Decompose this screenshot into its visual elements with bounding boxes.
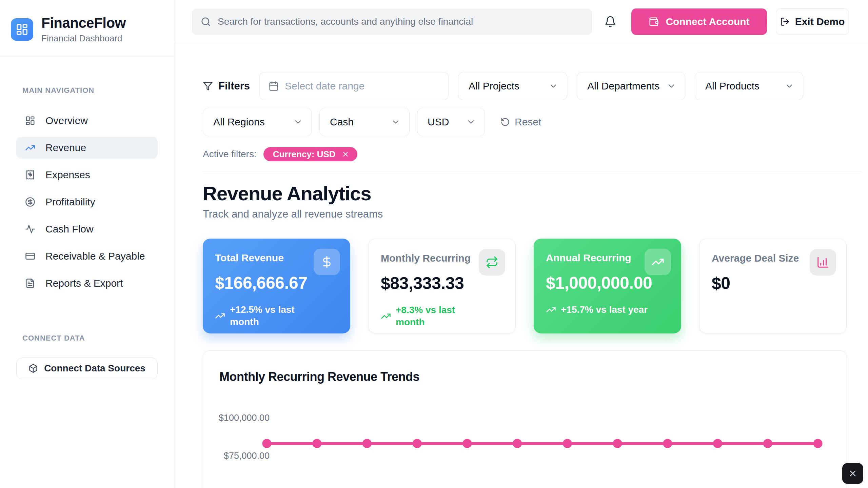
data-point[interactable] (462, 439, 472, 448)
sidebar-item-label: Profitability (45, 196, 95, 208)
layout-dashboard-icon (25, 116, 35, 126)
currency-filter-dropdown[interactable]: USD (417, 108, 485, 136)
metric-value: $83,333.33 (381, 273, 503, 293)
date-range-picker[interactable] (259, 72, 449, 100)
wallet-icon (649, 17, 659, 27)
activity-icon (25, 224, 35, 234)
reset-label: Reset (515, 116, 541, 128)
sidebar-item-profitability[interactable]: Profitability (16, 191, 158, 213)
trending-up-icon (651, 256, 664, 268)
circle-dollar-icon (25, 197, 35, 207)
trending-up-icon (215, 311, 225, 321)
app-logo: FinanceFlow Financial Dashboard (0, 0, 174, 57)
products-filter-value: All Products (705, 80, 760, 92)
regions-filter-value: All Regions (213, 116, 265, 128)
metric-card-average-deal-size: Average Deal Size $0 (699, 239, 847, 333)
sidebar: FinanceFlow Financial Dashboard MAIN NAV… (0, 0, 174, 488)
bell-icon (604, 16, 616, 28)
sidebar-item-receivable-payable[interactable]: Receivable & Payable (16, 245, 158, 267)
search-icon (201, 17, 211, 27)
app-name: FinanceFlow (41, 15, 126, 31)
app-logo-icon (11, 18, 33, 41)
data-point[interactable] (813, 439, 823, 448)
y-axis-tick: $75,000.00 (217, 451, 270, 461)
metric-icon-chip (314, 249, 340, 275)
trending-up-icon (381, 311, 391, 321)
metric-value: $0 (712, 273, 834, 293)
connect-data-sources-label: Connect Data Sources (44, 363, 145, 374)
active-filter-badge-label: Currency: USD (273, 149, 336, 160)
close-icon (848, 469, 857, 478)
data-point[interactable] (663, 439, 672, 448)
mrr-trends-chart-card: Monthly Recurring Revenue Trends $100,00… (203, 350, 847, 488)
section-divider (203, 171, 861, 171)
connect-account-button[interactable]: Connect Account (631, 8, 767, 35)
chevron-down-icon (466, 117, 476, 127)
data-point[interactable] (413, 439, 422, 448)
filters-row-1: Filters All Projects All Departments All… (203, 72, 868, 100)
connect-account-label: Connect Account (666, 16, 749, 27)
data-point[interactable] (563, 439, 572, 448)
chevron-down-icon (667, 81, 676, 91)
method-filter-dropdown[interactable]: Cash (319, 108, 410, 136)
notifications-button[interactable] (604, 16, 616, 28)
data-point[interactable] (262, 439, 272, 448)
remove-filter-icon[interactable] (342, 150, 349, 158)
products-filter-dropdown[interactable]: All Products (695, 72, 803, 100)
metric-change-text: +15.7% vs last year (561, 304, 648, 316)
metric-change: +12.5% vs last month (215, 304, 338, 328)
connect-data-section: CONNECT DATA Connect Data Sources (16, 334, 158, 379)
sidebar-item-label: Overview (45, 115, 88, 126)
main-navigation-header: MAIN NAVIGATION (22, 86, 158, 95)
exit-demo-button[interactable]: Exit Demo (776, 8, 849, 35)
metric-card-monthly-recurring: Monthly Recurring $83,333.33 +8.3% vs la… (368, 239, 516, 333)
connect-data-header: CONNECT DATA (22, 334, 158, 343)
regions-filter-dropdown[interactable]: All Regions (203, 108, 312, 136)
filters-label: Filters (218, 80, 250, 92)
global-search[interactable] (192, 8, 592, 35)
metric-change-text: +12.5% vs last month (230, 304, 315, 328)
sidebar-item-expenses[interactable]: Expenses (16, 164, 158, 186)
method-filter-value: Cash (330, 116, 354, 128)
sidebar-item-reports-export[interactable]: Reports & Export (16, 272, 158, 294)
filters-title: Filters (203, 80, 250, 92)
data-point[interactable] (713, 439, 722, 448)
metric-card-annual-recurring: Annual Recurring $1,000,000.00 +15.7% vs… (534, 239, 681, 333)
sidebar-item-cash-flow[interactable]: Cash Flow (16, 218, 158, 240)
chevron-down-icon (293, 117, 303, 127)
close-overlay-button[interactable] (842, 463, 863, 484)
active-filter-badge-currency[interactable]: Currency: USD (263, 147, 357, 161)
departments-filter-dropdown[interactable]: All Departments (577, 72, 685, 100)
chevron-down-icon (391, 117, 400, 127)
sidebar-item-label: Revenue (45, 142, 86, 154)
reset-filters-button[interactable]: Reset (500, 116, 541, 128)
search-input[interactable] (218, 16, 592, 27)
filters-row-2: All Regions Cash USD Reset (203, 108, 868, 136)
active-filters-label: Active filters: (203, 149, 257, 160)
page-title: Revenue Analytics (203, 182, 868, 205)
dollar-sign-icon (320, 256, 333, 268)
log-out-icon (780, 17, 790, 26)
chevron-down-icon (549, 81, 558, 91)
y-axis-tick: $100,000.00 (217, 413, 270, 423)
metric-card-total-revenue: Total Revenue $166,666.67 +12.5% vs last… (203, 239, 350, 333)
data-point[interactable] (763, 439, 772, 448)
mrr-line-chart (267, 351, 818, 488)
receipt-icon (25, 170, 35, 180)
exit-demo-label: Exit Demo (795, 16, 845, 27)
metric-icon-chip (479, 249, 505, 276)
main-navigation: MAIN NAVIGATION Overview Revenue Expense… (0, 57, 174, 294)
active-filters-row: Active filters: Currency: USD (203, 147, 868, 161)
data-point[interactable] (362, 439, 372, 448)
projects-filter-dropdown[interactable]: All Projects (458, 72, 567, 100)
metric-value: $166,666.67 (215, 273, 338, 293)
data-point[interactable] (613, 439, 622, 448)
sidebar-item-revenue[interactable]: Revenue (16, 137, 158, 159)
sidebar-item-overview[interactable]: Overview (16, 110, 158, 131)
connect-data-sources-button[interactable]: Connect Data Sources (16, 358, 158, 379)
sidebar-item-label: Expenses (45, 169, 90, 181)
data-point[interactable] (513, 439, 522, 448)
data-point[interactable] (312, 439, 321, 448)
metric-change-text: +8.3% vs last month (396, 304, 480, 329)
date-range-input[interactable] (285, 80, 448, 92)
